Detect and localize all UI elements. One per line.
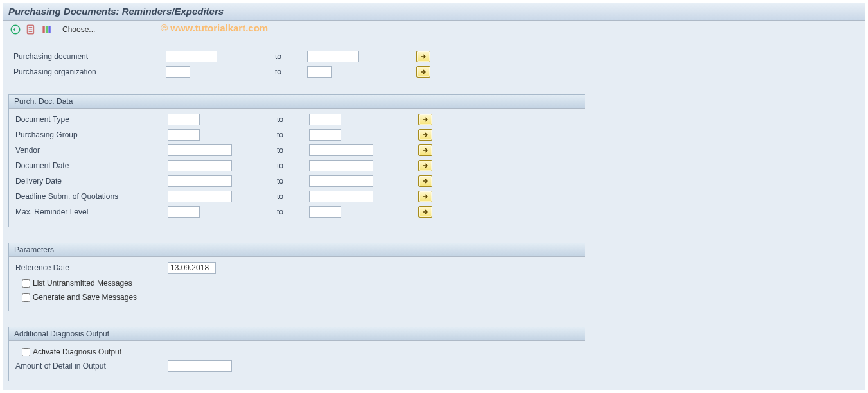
field-label: Reference Date: [10, 263, 168, 272]
field-label: Document Type: [10, 115, 168, 124]
multiple-selection-icon[interactable]: [416, 51, 430, 62]
to-label: to: [245, 130, 309, 139]
deadline-subm-of-quotations-to[interactable]: [309, 191, 373, 202]
to-label: to: [243, 67, 307, 76]
document-date-from[interactable]: [168, 160, 232, 171]
multiple-selection-icon[interactable]: [418, 191, 432, 202]
to-label: to: [243, 52, 307, 61]
document-date-to[interactable]: [309, 160, 373, 171]
delivery-date-from[interactable]: [168, 175, 232, 187]
amount-detail-input[interactable]: [168, 360, 232, 372]
purchasing-organization-to[interactable]: [307, 66, 332, 78]
variant-icon[interactable]: [25, 24, 37, 35]
row-document-type: Document Typeto: [10, 112, 583, 127]
row-max-reminder-level: Max. Reminder Levelto: [10, 205, 583, 219]
row-purchasing-organization: Purchasing organization to: [8, 65, 583, 79]
svg-rect-4: [48, 26, 50, 33]
to-label: to: [245, 177, 309, 186]
row-purchasing-group: Purchasing Groupto: [10, 128, 583, 142]
group-purch-doc-data: Purch. Doc. Data Document TypetoPurchasi…: [8, 94, 585, 227]
page-title: Purchasing Documents: Reminders/Expedite…: [8, 6, 224, 17]
purchasing-document-to[interactable]: [307, 51, 359, 62]
purchasing-document-from[interactable]: [166, 51, 217, 62]
row-reference-date: Reference Date: [10, 261, 583, 275]
to-label: to: [245, 115, 309, 124]
document-type-to[interactable]: [309, 114, 341, 125]
multiple-selection-icon[interactable]: [416, 66, 430, 78]
field-label: Deadline Subm. of Quotations: [10, 192, 168, 201]
to-label: to: [245, 146, 309, 155]
field-label: Purchasing document: [8, 52, 166, 61]
choose-button[interactable]: Choose...: [62, 25, 95, 34]
activate-diagnosis-checkbox[interactable]: [22, 348, 30, 356]
group-header: Additional Diagnosis Output: [9, 328, 585, 341]
row-vendor: Vendorto: [10, 143, 583, 157]
group-header: Parameters: [9, 243, 585, 257]
checkbox-label: Generate and Save Messages: [33, 293, 137, 302]
title-bar: Purchasing Documents: Reminders/Expedite…: [3, 3, 865, 21]
document-type-from[interactable]: [168, 114, 200, 125]
content-area: Purchasing document to Purchasing organi…: [3, 40, 865, 389]
multiple-selection-icon[interactable]: [418, 114, 432, 125]
row-amount-detail: Amount of Detail in Output: [10, 359, 583, 373]
multiple-selection-icon[interactable]: [418, 144, 432, 156]
multiple-selection-icon[interactable]: [418, 206, 432, 218]
to-label: to: [245, 192, 309, 201]
row-delivery-date: Delivery Dateto: [10, 174, 583, 188]
top-selection-rows: Purchasing document to Purchasing organi…: [7, 47, 584, 79]
max-reminder-level-to[interactable]: [309, 206, 341, 218]
field-label: Amount of Detail in Output: [10, 362, 168, 371]
field-label: Purchasing Group: [10, 130, 168, 139]
app-window: Purchasing Documents: Reminders/Expedite…: [3, 3, 865, 390]
field-label: Delivery Date: [10, 177, 168, 186]
field-label: Vendor: [10, 146, 168, 155]
list-untransmitted-checkbox[interactable]: [22, 279, 30, 288]
purchasing-group-from[interactable]: [168, 129, 200, 141]
group-parameters: Parameters Reference Date List Untransmi…: [8, 243, 585, 311]
toolbar: Choose... © www.tutorialkart.com: [3, 21, 865, 40]
reference-date-input[interactable]: [168, 262, 216, 274]
vendor-from[interactable]: [168, 144, 232, 156]
purchasing-group-to[interactable]: [309, 129, 341, 141]
svg-rect-3: [46, 26, 48, 33]
delivery-date-to[interactable]: [309, 175, 373, 187]
field-label: Purchasing organization: [8, 67, 166, 76]
group-header: Purch. Doc. Data: [9, 95, 585, 109]
checkbox-row: Activate Diagnosis Output: [10, 345, 583, 359]
row-purchasing-document: Purchasing document to: [8, 49, 583, 64]
field-label: Document Date: [10, 161, 168, 170]
generate-save-checkbox[interactable]: [22, 293, 30, 302]
checkbox-row: Generate and Save Messages: [10, 290, 583, 304]
vendor-to[interactable]: [309, 144, 373, 156]
row-deadline-subm-of-quotations: Deadline Subm. of Quotationsto: [10, 189, 583, 204]
checkbox-label: Activate Diagnosis Output: [33, 347, 121, 356]
deadline-subm-of-quotations-from[interactable]: [168, 191, 232, 202]
multiple-selection-icon[interactable]: [418, 160, 432, 171]
execute-icon[interactable]: [10, 24, 21, 35]
multiple-selection-icon[interactable]: [418, 175, 432, 187]
group-diagnosis: Additional Diagnosis Output Activate Dia…: [8, 327, 585, 381]
watermark: © www.tutorialkart.com: [161, 22, 268, 33]
svg-rect-2: [42, 26, 44, 33]
field-label: Max. Reminder Level: [10, 207, 168, 216]
row-document-date: Document Dateto: [10, 159, 583, 173]
purchasing-organization-from[interactable]: [166, 66, 190, 78]
checkbox-row: List Untransmitted Messages: [10, 276, 583, 290]
to-label: to: [245, 161, 309, 170]
selection-icon[interactable]: [40, 24, 52, 35]
max-reminder-level-from[interactable]: [168, 206, 200, 218]
to-label: to: [245, 207, 309, 216]
checkbox-label: List Untransmitted Messages: [33, 279, 132, 288]
multiple-selection-icon[interactable]: [418, 129, 432, 141]
